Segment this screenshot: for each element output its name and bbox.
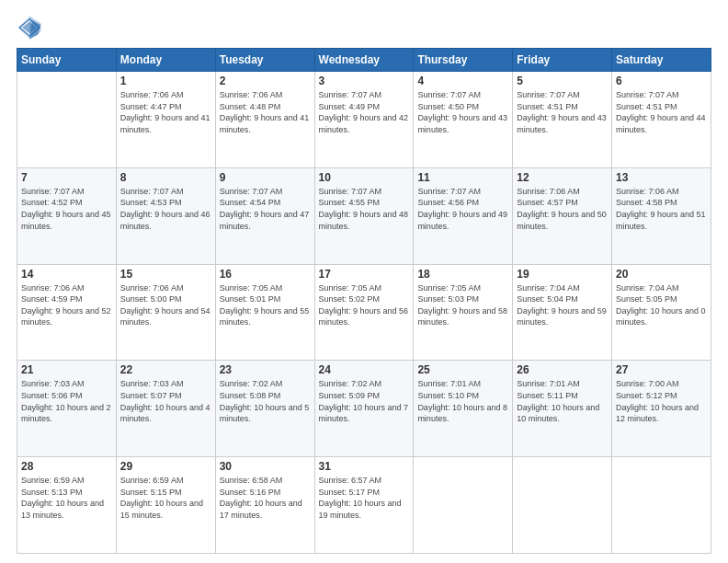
page: SundayMondayTuesdayWednesdayThursdayFrid…: [0, 0, 728, 563]
calendar-cell: 17 Sunrise: 7:05 AMSunset: 5:02 PMDaylig…: [314, 264, 414, 361]
calendar-cell: 16 Sunrise: 7:05 AMSunset: 5:01 PMDaylig…: [215, 264, 314, 361]
calendar-cell: [513, 457, 612, 554]
calendar-cell: 8 Sunrise: 7:07 AMSunset: 4:53 PMDayligh…: [116, 167, 215, 264]
header: [17, 15, 711, 40]
day-number: 18: [417, 268, 508, 281]
calendar-cell: 15 Sunrise: 7:06 AMSunset: 5:00 PMDaylig…: [116, 264, 215, 361]
day-number: 3: [319, 75, 410, 87]
day-number: 30: [220, 460, 311, 473]
calendar-cell: 4 Sunrise: 7:07 AMSunset: 4:50 PMDayligh…: [414, 72, 513, 168]
day-info: Sunrise: 6:59 AMSunset: 5:15 PMDaylight:…: [120, 476, 203, 520]
weekday-header-thursday: Thursday: [414, 49, 513, 72]
calendar-cell: 19 Sunrise: 7:04 AMSunset: 5:04 PMDaylig…: [513, 264, 612, 361]
calendar-cell: 1 Sunrise: 7:06 AMSunset: 4:47 PMDayligh…: [116, 72, 215, 168]
day-info: Sunrise: 7:01 AMSunset: 5:11 PMDaylight:…: [517, 379, 599, 423]
day-info: Sunrise: 7:06 AMSunset: 4:47 PMDaylight:…: [120, 90, 210, 134]
calendar-cell: 7 Sunrise: 7:07 AMSunset: 4:52 PMDayligh…: [17, 167, 117, 264]
calendar-cell: [612, 457, 711, 554]
weekday-header-saturday: Saturday: [612, 49, 711, 72]
calendar-cell: 26 Sunrise: 7:01 AMSunset: 5:11 PMDaylig…: [513, 361, 612, 457]
day-number: 8: [120, 171, 211, 184]
day-info: Sunrise: 7:02 AMSunset: 5:09 PMDaylight:…: [319, 379, 409, 423]
calendar-cell: [414, 457, 513, 554]
day-number: 12: [517, 171, 608, 184]
day-info: Sunrise: 7:07 AMSunset: 4:50 PMDaylight:…: [417, 90, 507, 134]
weekday-header-row: SundayMondayTuesdayWednesdayThursdayFrid…: [17, 49, 711, 72]
day-number: 13: [616, 171, 707, 184]
calendar-cell: 31 Sunrise: 6:57 AMSunset: 5:17 PMDaylig…: [314, 457, 414, 554]
calendar-cell: 21 Sunrise: 7:03 AMSunset: 5:06 PMDaylig…: [17, 361, 117, 457]
weekday-header-tuesday: Tuesday: [215, 49, 314, 72]
day-info: Sunrise: 7:00 AMSunset: 5:12 PMDaylight:…: [616, 379, 699, 423]
day-number: 23: [220, 363, 311, 376]
day-info: Sunrise: 7:07 AMSunset: 4:56 PMDaylight:…: [417, 187, 507, 231]
day-number: 20: [616, 268, 707, 281]
calendar-cell: [17, 72, 117, 168]
week-row-4: 21 Sunrise: 7:03 AMSunset: 5:06 PMDaylig…: [17, 361, 711, 457]
day-number: 10: [319, 171, 410, 184]
weekday-header-sunday: Sunday: [17, 49, 117, 72]
day-info: Sunrise: 7:07 AMSunset: 4:51 PMDaylight:…: [616, 90, 706, 134]
day-number: 25: [417, 363, 508, 376]
day-info: Sunrise: 6:58 AMSunset: 5:16 PMDaylight:…: [220, 476, 302, 520]
day-info: Sunrise: 7:03 AMSunset: 5:07 PMDaylight:…: [120, 379, 210, 423]
calendar-cell: 30 Sunrise: 6:58 AMSunset: 5:16 PMDaylig…: [215, 457, 314, 554]
calendar-cell: 14 Sunrise: 7:06 AMSunset: 4:59 PMDaylig…: [17, 264, 117, 361]
day-info: Sunrise: 7:07 AMSunset: 4:49 PMDaylight:…: [319, 90, 409, 134]
day-number: 14: [21, 268, 112, 281]
calendar-cell: 28 Sunrise: 6:59 AMSunset: 5:13 PMDaylig…: [17, 457, 117, 554]
calendar-cell: 11 Sunrise: 7:07 AMSunset: 4:56 PMDaylig…: [414, 167, 513, 264]
calendar-cell: 10 Sunrise: 7:07 AMSunset: 4:55 PMDaylig…: [314, 167, 414, 264]
day-info: Sunrise: 7:07 AMSunset: 4:52 PMDaylight:…: [21, 187, 111, 231]
calendar-cell: 18 Sunrise: 7:05 AMSunset: 5:03 PMDaylig…: [414, 264, 513, 361]
day-number: 19: [517, 268, 608, 281]
day-number: 6: [616, 75, 707, 87]
day-info: Sunrise: 6:57 AMSunset: 5:17 PMDaylight:…: [319, 476, 402, 520]
day-number: 11: [417, 171, 508, 184]
calendar-cell: 29 Sunrise: 6:59 AMSunset: 5:15 PMDaylig…: [116, 457, 215, 554]
day-info: Sunrise: 7:03 AMSunset: 5:06 PMDaylight:…: [21, 379, 111, 423]
weekday-header-monday: Monday: [116, 49, 215, 72]
week-row-3: 14 Sunrise: 7:06 AMSunset: 4:59 PMDaylig…: [17, 264, 711, 361]
calendar-cell: 20 Sunrise: 7:04 AMSunset: 5:05 PMDaylig…: [612, 264, 711, 361]
day-number: 21: [21, 363, 112, 376]
day-info: Sunrise: 7:01 AMSunset: 5:10 PMDaylight:…: [417, 379, 507, 423]
weekday-header-friday: Friday: [513, 49, 612, 72]
day-number: 24: [319, 363, 410, 376]
calendar-table: SundayMondayTuesdayWednesdayThursdayFrid…: [17, 48, 711, 554]
logo: [17, 15, 48, 40]
day-info: Sunrise: 7:07 AMSunset: 4:51 PMDaylight:…: [517, 90, 607, 134]
day-info: Sunrise: 7:07 AMSunset: 4:53 PMDaylight:…: [120, 187, 210, 231]
week-row-1: 1 Sunrise: 7:06 AMSunset: 4:47 PMDayligh…: [17, 72, 711, 168]
day-info: Sunrise: 7:06 AMSunset: 4:58 PMDaylight:…: [616, 187, 706, 231]
day-number: 26: [517, 363, 608, 376]
calendar-cell: 27 Sunrise: 7:00 AMSunset: 5:12 PMDaylig…: [612, 361, 711, 457]
day-info: Sunrise: 7:02 AMSunset: 5:08 PMDaylight:…: [220, 379, 310, 423]
calendar-cell: 3 Sunrise: 7:07 AMSunset: 4:49 PMDayligh…: [314, 72, 414, 168]
day-info: Sunrise: 7:07 AMSunset: 4:55 PMDaylight:…: [319, 187, 409, 231]
calendar-cell: 9 Sunrise: 7:07 AMSunset: 4:54 PMDayligh…: [215, 167, 314, 264]
calendar-cell: 25 Sunrise: 7:01 AMSunset: 5:10 PMDaylig…: [414, 361, 513, 457]
day-number: 1: [120, 75, 211, 87]
day-number: 9: [220, 171, 311, 184]
day-number: 22: [120, 363, 211, 376]
day-info: Sunrise: 7:06 AMSunset: 4:57 PMDaylight:…: [517, 187, 607, 231]
weekday-header-wednesday: Wednesday: [314, 49, 414, 72]
day-number: 15: [120, 268, 211, 281]
day-info: Sunrise: 7:06 AMSunset: 4:48 PMDaylight:…: [220, 90, 310, 134]
calendar-cell: 13 Sunrise: 7:06 AMSunset: 4:58 PMDaylig…: [612, 167, 711, 264]
day-number: 16: [220, 268, 311, 281]
calendar-cell: 24 Sunrise: 7:02 AMSunset: 5:09 PMDaylig…: [314, 361, 414, 457]
calendar-cell: 23 Sunrise: 7:02 AMSunset: 5:08 PMDaylig…: [215, 361, 314, 457]
day-number: 7: [21, 171, 112, 184]
calendar-cell: 12 Sunrise: 7:06 AMSunset: 4:57 PMDaylig…: [513, 167, 612, 264]
calendar-cell: 2 Sunrise: 7:06 AMSunset: 4:48 PMDayligh…: [215, 72, 314, 168]
week-row-5: 28 Sunrise: 6:59 AMSunset: 5:13 PMDaylig…: [17, 457, 711, 554]
day-info: Sunrise: 6:59 AMSunset: 5:13 PMDaylight:…: [21, 476, 104, 520]
week-row-2: 7 Sunrise: 7:07 AMSunset: 4:52 PMDayligh…: [17, 167, 711, 264]
day-number: 29: [120, 460, 211, 473]
day-info: Sunrise: 7:07 AMSunset: 4:54 PMDaylight:…: [220, 187, 310, 231]
day-info: Sunrise: 7:05 AMSunset: 5:02 PMDaylight:…: [319, 283, 409, 327]
day-info: Sunrise: 7:04 AMSunset: 5:04 PMDaylight:…: [517, 283, 607, 327]
day-number: 31: [319, 460, 410, 473]
